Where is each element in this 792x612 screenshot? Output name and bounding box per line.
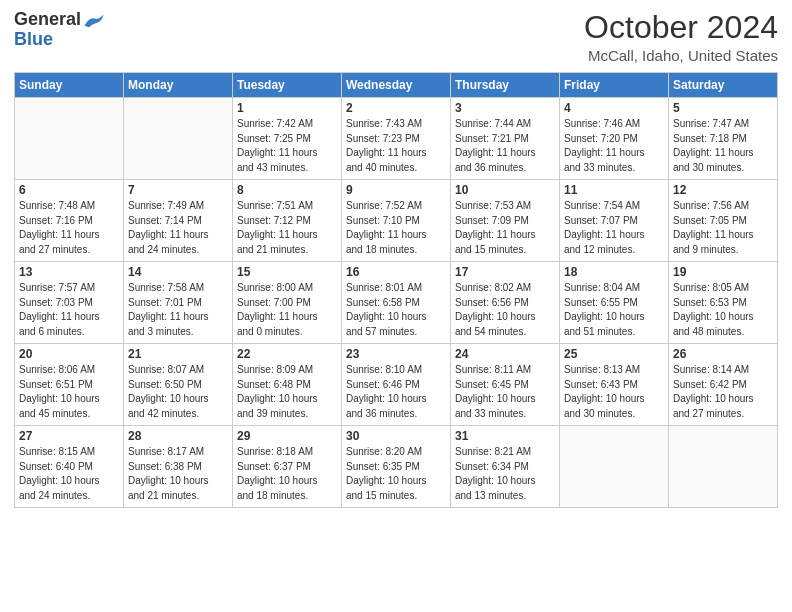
day-number: 29: [237, 429, 337, 443]
week-row-1: 1Sunrise: 7:42 AM Sunset: 7:25 PM Daylig…: [15, 98, 778, 180]
calendar-cell: 17Sunrise: 8:02 AM Sunset: 6:56 PM Dayli…: [451, 262, 560, 344]
day-number: 21: [128, 347, 228, 361]
day-number: 25: [564, 347, 664, 361]
calendar-cell: 6Sunrise: 7:48 AM Sunset: 7:16 PM Daylig…: [15, 180, 124, 262]
calendar-cell: 21Sunrise: 8:07 AM Sunset: 6:50 PM Dayli…: [124, 344, 233, 426]
calendar-cell: 18Sunrise: 8:04 AM Sunset: 6:55 PM Dayli…: [560, 262, 669, 344]
col-saturday: Saturday: [669, 73, 778, 98]
calendar-cell: [560, 426, 669, 508]
calendar-cell: 13Sunrise: 7:57 AM Sunset: 7:03 PM Dayli…: [15, 262, 124, 344]
calendar-cell: 2Sunrise: 7:43 AM Sunset: 7:23 PM Daylig…: [342, 98, 451, 180]
col-friday: Friday: [560, 73, 669, 98]
calendar-cell: 3Sunrise: 7:44 AM Sunset: 7:21 PM Daylig…: [451, 98, 560, 180]
week-row-5: 27Sunrise: 8:15 AM Sunset: 6:40 PM Dayli…: [15, 426, 778, 508]
day-info: Sunrise: 8:09 AM Sunset: 6:48 PM Dayligh…: [237, 363, 337, 421]
day-info: Sunrise: 7:57 AM Sunset: 7:03 PM Dayligh…: [19, 281, 119, 339]
day-info: Sunrise: 7:52 AM Sunset: 7:10 PM Dayligh…: [346, 199, 446, 257]
day-number: 31: [455, 429, 555, 443]
day-info: Sunrise: 8:15 AM Sunset: 6:40 PM Dayligh…: [19, 445, 119, 503]
col-thursday: Thursday: [451, 73, 560, 98]
day-info: Sunrise: 8:11 AM Sunset: 6:45 PM Dayligh…: [455, 363, 555, 421]
calendar-cell: 23Sunrise: 8:10 AM Sunset: 6:46 PM Dayli…: [342, 344, 451, 426]
day-info: Sunrise: 7:56 AM Sunset: 7:05 PM Dayligh…: [673, 199, 773, 257]
day-number: 10: [455, 183, 555, 197]
day-number: 14: [128, 265, 228, 279]
calendar-cell: [669, 426, 778, 508]
calendar-cell: [124, 98, 233, 180]
day-number: 28: [128, 429, 228, 443]
day-info: Sunrise: 7:44 AM Sunset: 7:21 PM Dayligh…: [455, 117, 555, 175]
calendar-cell: 14Sunrise: 7:58 AM Sunset: 7:01 PM Dayli…: [124, 262, 233, 344]
day-info: Sunrise: 7:51 AM Sunset: 7:12 PM Dayligh…: [237, 199, 337, 257]
week-row-3: 13Sunrise: 7:57 AM Sunset: 7:03 PM Dayli…: [15, 262, 778, 344]
calendar-cell: 7Sunrise: 7:49 AM Sunset: 7:14 PM Daylig…: [124, 180, 233, 262]
day-number: 2: [346, 101, 446, 115]
day-number: 15: [237, 265, 337, 279]
day-info: Sunrise: 8:00 AM Sunset: 7:00 PM Dayligh…: [237, 281, 337, 339]
day-info: Sunrise: 8:05 AM Sunset: 6:53 PM Dayligh…: [673, 281, 773, 339]
day-number: 13: [19, 265, 119, 279]
day-number: 5: [673, 101, 773, 115]
day-number: 22: [237, 347, 337, 361]
day-info: Sunrise: 7:58 AM Sunset: 7:01 PM Dayligh…: [128, 281, 228, 339]
calendar-cell: 19Sunrise: 8:05 AM Sunset: 6:53 PM Dayli…: [669, 262, 778, 344]
calendar-cell: 16Sunrise: 8:01 AM Sunset: 6:58 PM Dayli…: [342, 262, 451, 344]
day-number: 30: [346, 429, 446, 443]
day-info: Sunrise: 8:01 AM Sunset: 6:58 PM Dayligh…: [346, 281, 446, 339]
location-title: McCall, Idaho, United States: [584, 47, 778, 64]
day-number: 11: [564, 183, 664, 197]
calendar-cell: 5Sunrise: 7:47 AM Sunset: 7:18 PM Daylig…: [669, 98, 778, 180]
day-info: Sunrise: 7:53 AM Sunset: 7:09 PM Dayligh…: [455, 199, 555, 257]
calendar-cell: 22Sunrise: 8:09 AM Sunset: 6:48 PM Dayli…: [233, 344, 342, 426]
day-info: Sunrise: 7:42 AM Sunset: 7:25 PM Dayligh…: [237, 117, 337, 175]
day-number: 27: [19, 429, 119, 443]
day-info: Sunrise: 7:49 AM Sunset: 7:14 PM Dayligh…: [128, 199, 228, 257]
day-number: 20: [19, 347, 119, 361]
day-info: Sunrise: 8:06 AM Sunset: 6:51 PM Dayligh…: [19, 363, 119, 421]
day-number: 8: [237, 183, 337, 197]
week-row-4: 20Sunrise: 8:06 AM Sunset: 6:51 PM Dayli…: [15, 344, 778, 426]
day-info: Sunrise: 8:14 AM Sunset: 6:42 PM Dayligh…: [673, 363, 773, 421]
day-info: Sunrise: 8:21 AM Sunset: 6:34 PM Dayligh…: [455, 445, 555, 503]
day-info: Sunrise: 8:07 AM Sunset: 6:50 PM Dayligh…: [128, 363, 228, 421]
calendar-cell: 9Sunrise: 7:52 AM Sunset: 7:10 PM Daylig…: [342, 180, 451, 262]
day-number: 6: [19, 183, 119, 197]
calendar-cell: [15, 98, 124, 180]
calendar-cell: 28Sunrise: 8:17 AM Sunset: 6:38 PM Dayli…: [124, 426, 233, 508]
col-monday: Monday: [124, 73, 233, 98]
logo: General Blue: [14, 10, 105, 50]
day-number: 17: [455, 265, 555, 279]
calendar-table: Sunday Monday Tuesday Wednesday Thursday…: [14, 72, 778, 508]
calendar-cell: 25Sunrise: 8:13 AM Sunset: 6:43 PM Dayli…: [560, 344, 669, 426]
calendar-cell: 29Sunrise: 8:18 AM Sunset: 6:37 PM Dayli…: [233, 426, 342, 508]
calendar-cell: 20Sunrise: 8:06 AM Sunset: 6:51 PM Dayli…: [15, 344, 124, 426]
day-info: Sunrise: 7:46 AM Sunset: 7:20 PM Dayligh…: [564, 117, 664, 175]
calendar-cell: 30Sunrise: 8:20 AM Sunset: 6:35 PM Dayli…: [342, 426, 451, 508]
calendar-cell: 26Sunrise: 8:14 AM Sunset: 6:42 PM Dayli…: [669, 344, 778, 426]
day-number: 12: [673, 183, 773, 197]
day-number: 19: [673, 265, 773, 279]
page-container: General Blue October 2024 McCall, Idaho,…: [0, 0, 792, 516]
day-info: Sunrise: 8:04 AM Sunset: 6:55 PM Dayligh…: [564, 281, 664, 339]
calendar-cell: 31Sunrise: 8:21 AM Sunset: 6:34 PM Dayli…: [451, 426, 560, 508]
day-number: 9: [346, 183, 446, 197]
calendar-cell: 10Sunrise: 7:53 AM Sunset: 7:09 PM Dayli…: [451, 180, 560, 262]
day-info: Sunrise: 7:54 AM Sunset: 7:07 PM Dayligh…: [564, 199, 664, 257]
day-number: 1: [237, 101, 337, 115]
calendar-cell: 1Sunrise: 7:42 AM Sunset: 7:25 PM Daylig…: [233, 98, 342, 180]
day-number: 18: [564, 265, 664, 279]
col-tuesday: Tuesday: [233, 73, 342, 98]
col-wednesday: Wednesday: [342, 73, 451, 98]
col-sunday: Sunday: [15, 73, 124, 98]
calendar-cell: 15Sunrise: 8:00 AM Sunset: 7:00 PM Dayli…: [233, 262, 342, 344]
logo-blue-text: Blue: [14, 30, 105, 50]
day-info: Sunrise: 8:18 AM Sunset: 6:37 PM Dayligh…: [237, 445, 337, 503]
day-info: Sunrise: 8:20 AM Sunset: 6:35 PM Dayligh…: [346, 445, 446, 503]
header-row: Sunday Monday Tuesday Wednesday Thursday…: [15, 73, 778, 98]
month-title: October 2024: [584, 10, 778, 45]
calendar-cell: 24Sunrise: 8:11 AM Sunset: 6:45 PM Dayli…: [451, 344, 560, 426]
calendar-cell: 8Sunrise: 7:51 AM Sunset: 7:12 PM Daylig…: [233, 180, 342, 262]
day-number: 23: [346, 347, 446, 361]
day-info: Sunrise: 7:43 AM Sunset: 7:23 PM Dayligh…: [346, 117, 446, 175]
day-info: Sunrise: 7:47 AM Sunset: 7:18 PM Dayligh…: [673, 117, 773, 175]
